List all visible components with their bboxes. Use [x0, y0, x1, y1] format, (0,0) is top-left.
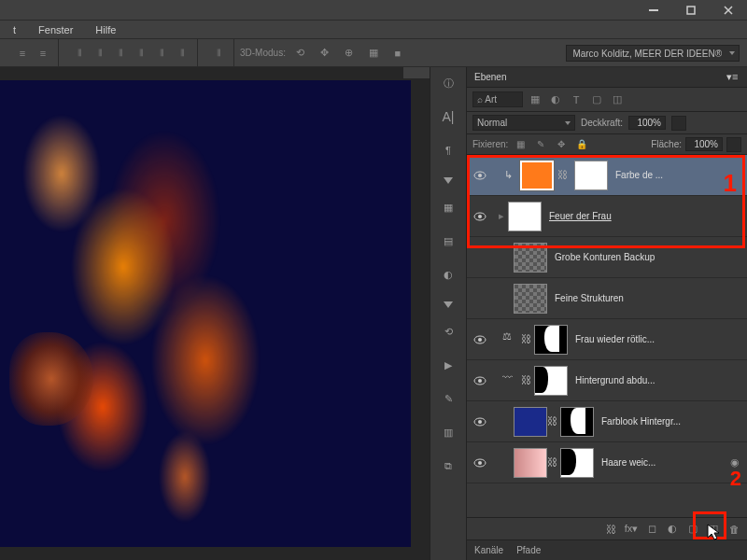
layer-name[interactable]: Hintergrund abdu...: [575, 375, 741, 385]
svg-point-9: [478, 379, 482, 383]
layer-filter-dropdown[interactable]: ⌕ Art: [472, 91, 523, 107]
canvas-area[interactable]: [0, 67, 430, 560]
filter-shape-icon[interactable]: ▢: [588, 91, 605, 108]
mode3d-icon[interactable]: ▦: [364, 45, 383, 62]
layer-row[interactable]: ▸ Feuer der Frau: [467, 196, 747, 237]
close-button[interactable]: [710, 0, 747, 21]
clone-icon[interactable]: ⧉: [438, 455, 458, 476]
layer-row[interactable]: 〰 ⛓ Hintergrund abdu...: [467, 360, 747, 401]
adjust-icon[interactable]: ◐: [438, 264, 458, 285]
layer-name[interactable]: Frau wieder rötlic...: [575, 334, 741, 344]
panel-menu-icon[interactable]: ▾≡: [726, 71, 740, 83]
actions-icon[interactable]: ▶: [438, 355, 458, 375]
link-layers-icon[interactable]: ⛓: [601, 521, 620, 538]
layer-row[interactable]: ⚖ ⛓ Frau wieder rötlic...: [467, 319, 747, 360]
menu-cut[interactable]: t: [4, 22, 25, 37]
lock-move-icon[interactable]: ✥: [553, 136, 570, 153]
fill-slider-btn[interactable]: [726, 137, 741, 152]
adjustment-icon[interactable]: ◐: [663, 521, 682, 538]
dist-icon[interactable]: ⦀: [70, 45, 89, 62]
tab-channels[interactable]: Kanäle: [474, 545, 503, 555]
fx-icon[interactable]: fx▾: [622, 521, 641, 538]
lock-paint-icon[interactable]: ✎: [532, 136, 549, 153]
dist-icon[interactable]: ⦀: [111, 45, 130, 62]
fill-label: Fläche:: [651, 139, 682, 149]
group-icon[interactable]: ▢: [684, 521, 702, 538]
dist-icon[interactable]: ⦀: [173, 45, 191, 62]
cursor-icon: [706, 523, 721, 541]
visibility-icon[interactable]: [467, 376, 493, 385]
filter-smart-icon[interactable]: ◫: [609, 91, 626, 108]
balance-icon: ⚖: [502, 330, 521, 349]
dist-icon[interactable]: ⦀: [132, 45, 150, 62]
lock-all-icon[interactable]: 🔒: [573, 136, 590, 153]
tab-paths[interactable]: Pfade: [516, 545, 541, 555]
mode3d-icon[interactable]: ⊕: [340, 45, 359, 62]
dist-icon[interactable]: ⦀: [91, 45, 109, 62]
visibility-icon[interactable]: [467, 171, 493, 180]
layer-row[interactable]: ↳ ⛓ Farbe de ...: [467, 155, 747, 196]
canvas[interactable]: [0, 80, 411, 547]
info-icon[interactable]: ⓘ: [438, 73, 458, 93]
link-icon[interactable]: ⛓: [547, 456, 557, 469]
lock-trans-icon[interactable]: ▦: [512, 136, 529, 153]
mode3d-icon[interactable]: ■: [388, 45, 407, 62]
filter-type-icon[interactable]: T: [568, 91, 585, 108]
menu-window[interactable]: Fenster: [29, 22, 82, 37]
char-icon[interactable]: A|: [438, 106, 458, 127]
blend-mode-dropdown[interactable]: Normal: [472, 115, 575, 131]
mode3d-icon[interactable]: ⟲: [291, 45, 310, 62]
layer-name[interactable]: Feine Strukturen: [555, 293, 741, 303]
dist-icon[interactable]: ⦀: [152, 45, 171, 62]
visibility-icon[interactable]: [467, 335, 493, 344]
minimize-button[interactable]: [635, 0, 672, 21]
workspace-dropdown[interactable]: Marco Kolditz, MEER DER IDEEN®: [566, 45, 740, 62]
filter-adjust-icon[interactable]: ◐: [547, 91, 564, 108]
svg-rect-0: [649, 9, 658, 11]
link-icon[interactable]: ⛓: [547, 415, 557, 428]
layer-name[interactable]: Haare weic...: [601, 457, 730, 468]
maximize-button[interactable]: [672, 0, 710, 21]
swatches-icon[interactable]: ▦: [438, 197, 458, 217]
svg-rect-1: [687, 7, 695, 14]
history-icon[interactable]: ⟲: [438, 321, 458, 342]
opacity-value[interactable]: 100%: [628, 116, 666, 130]
arrange-icon[interactable]: ⦀: [209, 45, 228, 62]
menubar: t Fenster Hilfe: [0, 21, 747, 39]
layer-name[interactable]: Farblook Hintergr...: [601, 416, 741, 427]
fill-value[interactable]: 100%: [685, 137, 723, 151]
trash-icon[interactable]: 🗑: [725, 521, 743, 538]
layer-name[interactable]: Farbe de ...: [615, 170, 741, 180]
mode3d-label: 3D-Modus:: [240, 48, 286, 58]
layer-row[interactable]: ⛓ Farblook Hintergr...: [467, 401, 747, 442]
link-icon[interactable]: ⛓: [521, 374, 530, 387]
opacity-slider-btn[interactable]: [671, 116, 686, 131]
styles-icon[interactable]: ▤: [438, 231, 458, 251]
link-icon[interactable]: ⛓: [557, 169, 567, 182]
layer-name[interactable]: Feuer der Frau: [549, 211, 741, 221]
visibility-icon[interactable]: [467, 212, 493, 221]
mode3d-icon[interactable]: ✥: [316, 45, 334, 62]
curves-icon: 〰: [502, 371, 521, 390]
svg-point-5: [478, 215, 482, 218]
visibility-icon[interactable]: [467, 458, 493, 468]
mask-icon[interactable]: ◻: [642, 521, 661, 538]
align-icon[interactable]: ≡: [34, 45, 52, 62]
comp-icon[interactable]: ▥: [438, 422, 458, 442]
filter-pixel-icon[interactable]: ▦: [527, 91, 543, 108]
align-icon[interactable]: ≡: [13, 45, 32, 62]
layer-row[interactable]: Grobe Konturen Backup: [467, 237, 747, 278]
layer-row[interactable]: Feine Strukturen: [467, 278, 747, 319]
svg-point-7: [478, 338, 482, 342]
svg-point-11: [478, 420, 482, 424]
paragraph-icon[interactable]: ¶: [438, 140, 458, 161]
layer-name[interactable]: Grobe Konturen Backup: [555, 252, 741, 262]
brush-icon[interactable]: ✎: [438, 388, 458, 409]
options-bar: ≡ ≡ ⦀ ⦀ ⦀ ⦀ ⦀ ⦀ ⦀ 3D-Modus: ⟲ ✥ ⊕ ▦ ■ Ma…: [0, 39, 747, 67]
menu-help[interactable]: Hilfe: [86, 22, 125, 37]
visibility-icon[interactable]: [467, 417, 493, 427]
layer-row[interactable]: ⛓ Haare weic... ◉: [467, 442, 747, 483]
layer-list: 1 ↳ ⛓ Farbe de ... ▸ Feuer der Frau: [467, 155, 747, 517]
link-icon[interactable]: ⛓: [521, 333, 530, 346]
folder-icon[interactable]: ▸: [499, 210, 504, 222]
